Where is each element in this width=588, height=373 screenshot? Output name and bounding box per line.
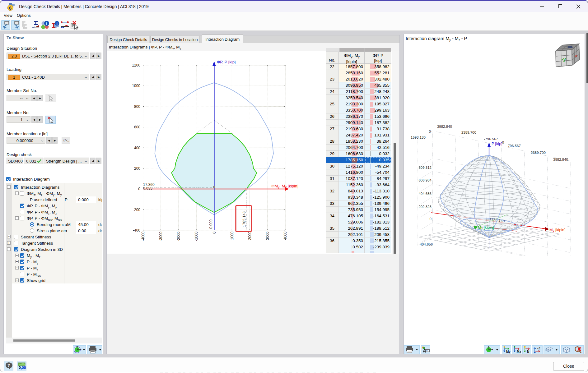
svg-text:0: 0 xyxy=(138,187,140,191)
svg-text:P [kip]: P [kip] xyxy=(492,142,502,146)
svg-text:4000: 4000 xyxy=(283,232,287,240)
svg-text:-1000: -1000 xyxy=(194,232,198,241)
svg-text:0,00: 0,00 xyxy=(19,366,26,370)
svg-text:796.567: 796.567 xyxy=(508,144,521,148)
svg-text:6: 6 xyxy=(9,5,12,11)
svg-text:?: ? xyxy=(7,363,10,368)
svg-text:-2000: -2000 xyxy=(176,232,181,241)
svg-text:-200: -200 xyxy=(133,208,140,212)
svg-text:600: 600 xyxy=(134,125,140,129)
svg-text:809.312: 809.312 xyxy=(418,166,432,169)
svg-text:My [kipin]: My [kipin] xyxy=(549,228,566,233)
svg-text:-404.656: -404.656 xyxy=(419,242,433,246)
svg-text:-x: -x xyxy=(574,54,577,58)
svg-text:-2389.700: -2389.700 xyxy=(460,131,476,134)
svg-text:800: 800 xyxy=(134,104,140,109)
svg-text:606.984: 606.984 xyxy=(418,178,432,182)
svg-text:2000: 2000 xyxy=(248,232,252,240)
svg-text:-796.567: -796.567 xyxy=(484,137,498,141)
svg-text:-400: -400 xyxy=(133,228,140,233)
svg-text:ΦMy, My [kipin]: ΦMy, My [kipin] xyxy=(271,184,298,189)
svg-text:-3000: -3000 xyxy=(159,232,163,241)
svg-text:0: 0 xyxy=(212,232,217,234)
svg-text:400: 400 xyxy=(134,146,140,150)
svg-text:1000: 1000 xyxy=(230,232,234,240)
svg-text:My: My xyxy=(506,350,511,353)
svg-text:2389.700: 2389.700 xyxy=(531,151,546,154)
svg-text:1593.130: 1593.130 xyxy=(411,136,426,139)
svg-text:3000: 3000 xyxy=(265,232,270,240)
svg-text:0: 0 xyxy=(429,130,431,133)
svg-text:-Z: -Z xyxy=(537,346,540,350)
svg-text:0: 0 xyxy=(430,217,432,221)
svg-text:N: N xyxy=(527,350,529,353)
svg-text:0.035: 0.035 xyxy=(143,186,152,191)
svg-text:1000: 1000 xyxy=(132,84,140,88)
svg-text:200: 200 xyxy=(134,166,140,171)
svg-text:202.328: 202.328 xyxy=(418,205,432,209)
svg-text:0.000: 0.000 xyxy=(209,219,213,229)
svg-text:1785.148: 1785.148 xyxy=(242,211,246,227)
svg-text:ΦP, P [kip]: ΦP, P [kip] xyxy=(217,60,236,64)
svg-text:-4000: -4000 xyxy=(141,232,145,241)
svg-text:404.656: 404.656 xyxy=(418,192,432,196)
svg-text:1200: 1200 xyxy=(132,63,140,67)
svg-text:3982.840: 3982.840 xyxy=(553,158,568,161)
svg-text:-3982.840: -3982.840 xyxy=(436,125,452,128)
svg-text:Mz [kipin]: Mz [kipin] xyxy=(478,225,494,230)
svg-text:-y: -y xyxy=(562,57,566,62)
svg-text:0: 0 xyxy=(502,140,504,144)
svg-text:-Mz: -Mz xyxy=(516,350,521,353)
